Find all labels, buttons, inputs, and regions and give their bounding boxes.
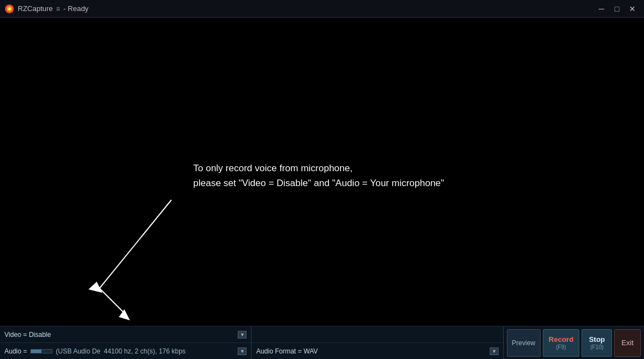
svg-point-2 <box>8 7 11 10</box>
title-bar-controls: ─ □ ✕ <box>594 3 640 15</box>
arrow-overlay <box>0 18 644 326</box>
title-bar-left: RZCapture ≡ - Ready <box>4 4 88 14</box>
video-label: Video = Disable <box>4 331 51 339</box>
exit-button[interactable]: Exit <box>614 329 641 357</box>
action-buttons: Preview Record (F9) Stop (F10) Exit <box>504 326 644 359</box>
audio-level-fill <box>31 350 41 353</box>
video-dropdown-button[interactable]: ▼ <box>238 331 247 339</box>
stop-key: (F10) <box>590 344 604 350</box>
audio-format-label: Audio Format = WAV <box>256 347 318 355</box>
record-button[interactable]: Record (F9) <box>543 329 580 357</box>
close-button[interactable]: ✕ <box>625 3 640 15</box>
svg-line-3 <box>100 200 171 288</box>
minimize-button[interactable]: ─ <box>594 3 609 15</box>
app-icon <box>4 4 14 14</box>
maximize-button[interactable]: □ <box>610 3 624 15</box>
video-status-row: Video = Disable ▼ <box>0 326 251 343</box>
preview-area: To only record voice from microphone, pl… <box>0 18 644 326</box>
svg-marker-5 <box>88 282 102 293</box>
svg-marker-6 <box>119 309 130 320</box>
audio-label: Audio = <box>4 347 27 355</box>
audio-dropdown-button[interactable]: ▼ <box>238 347 247 355</box>
stop-label: Stop <box>589 335 605 344</box>
format-top-row <box>252 326 502 343</box>
title-bar-title: RZCapture ≡ - Ready <box>18 4 88 13</box>
hint-line-1: To only record voice from microphone, <box>193 161 444 176</box>
menu-icon[interactable]: ≡ <box>56 5 60 13</box>
status-text: - Ready <box>64 4 89 13</box>
record-key: (F9) <box>556 344 566 350</box>
audio-device: (USB Audio De <box>56 347 101 355</box>
hint-line-2: please set "Video = Disable" and "Audio … <box>193 176 444 191</box>
format-dropdown-button[interactable]: ▼ <box>490 347 499 355</box>
status-left: Video = Disable ▼ Audio = (USB Audio De … <box>0 326 252 359</box>
audio-specs: 44100 hz, 2 ch(s), 176 kbps <box>104 347 186 355</box>
stop-button[interactable]: Stop (F10) <box>582 329 612 357</box>
app-name: RZCapture <box>18 4 53 13</box>
title-bar: RZCapture ≡ - Ready ─ □ ✕ <box>0 0 644 18</box>
status-bar: Video = Disable ▼ Audio = (USB Audio De … <box>0 326 644 359</box>
hint-text: To only record voice from microphone, pl… <box>193 161 444 191</box>
audio-format-row: Audio Format = WAV ▼ <box>252 343 502 359</box>
record-label: Record <box>549 335 574 344</box>
status-middle: Audio Format = WAV ▼ <box>252 326 503 359</box>
preview-button[interactable]: Preview <box>507 329 541 357</box>
audio-level-bar <box>30 349 53 353</box>
audio-status-row: Audio = (USB Audio De 44100 hz, 2 ch(s),… <box>0 343 251 359</box>
svg-line-4 <box>100 288 127 316</box>
